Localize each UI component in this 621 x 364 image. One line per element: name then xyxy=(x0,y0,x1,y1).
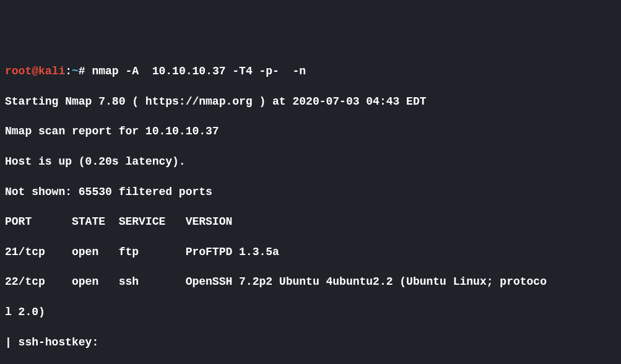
output-line: Host is up (0.20s latency). xyxy=(5,154,616,169)
prompt-symbol: # xyxy=(79,65,92,77)
command-line[interactable]: root@kali:~# nmap -A 10.10.10.37 -T4 -p-… xyxy=(5,64,616,79)
output-ssh-hostkey: | ssh-hostkey: xyxy=(5,335,616,350)
output-line: Not shown: 65530 filtered ports xyxy=(5,184,616,199)
output-port-22: 22/tcp open ssh OpenSSH 7.2p2 Ubuntu 4ub… xyxy=(5,274,616,289)
command-text: nmap -A 10.10.10.37 -T4 -p- -n xyxy=(92,65,306,77)
prompt-user: root@kali xyxy=(5,65,65,77)
output-line: l 2.0) xyxy=(5,305,616,319)
prompt-colon: : xyxy=(65,65,72,77)
output-line: Nmap scan report for 10.10.10.37 xyxy=(5,124,616,139)
output-line: Starting Nmap 7.80 ( https://nmap.org ) … xyxy=(5,94,616,109)
output-port-header: PORT STATE SERVICE VERSION xyxy=(5,214,616,229)
output-port-21: 21/tcp open ftp ProFTPD 1.3.5a xyxy=(5,245,616,259)
prompt-path: ~ xyxy=(72,65,79,77)
